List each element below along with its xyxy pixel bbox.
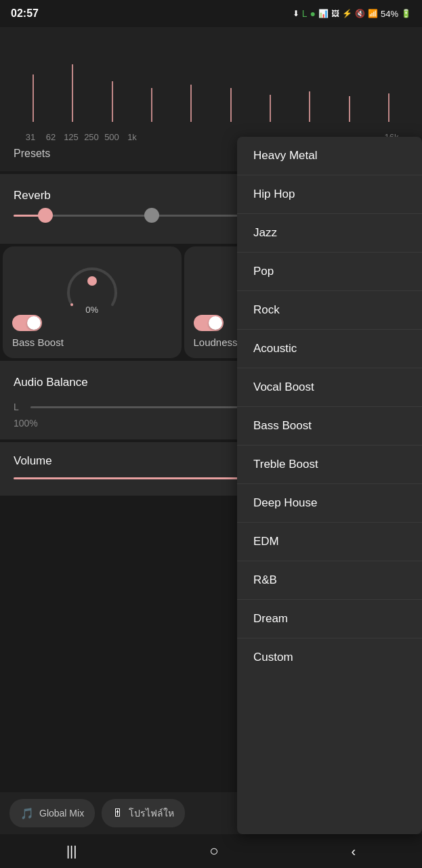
dropdown-item-dream[interactable]: Dream	[237, 600, 422, 638]
loudness-label: Loudness	[194, 337, 238, 348]
dropdown-item-jazz[interactable]: Jazz	[237, 214, 422, 253]
eq-bar-125[interactable]	[102, 41, 123, 122]
eq-bar-2k[interactable]	[260, 41, 280, 122]
battery-value: 54%	[381, 9, 398, 19]
eq-line-1k	[230, 88, 232, 122]
freq-1k: 1k	[122, 132, 142, 142]
dropdown-item-treble-boost[interactable]: Treble Boost	[237, 446, 422, 484]
image-icon: 🖼	[331, 9, 339, 18]
reverb-thumb-1[interactable]	[38, 208, 53, 223]
eq-bar-4k[interactable]	[299, 41, 320, 122]
presets-label: Presets	[14, 148, 50, 160]
notification-icon: ⬇	[293, 9, 299, 18]
eq-line-62	[72, 64, 73, 122]
reverb-title: Reverb	[14, 189, 51, 202]
balance-title: Audio Balance	[14, 376, 88, 389]
main-content: 31 62 125 250 500 1k 16k Presets Reverb …	[0, 27, 422, 868]
dropdown-item-edm[interactable]: EDM	[237, 523, 422, 561]
nav-bar: ||| ○ ‹	[0, 834, 422, 868]
signal-icon: 📶	[368, 9, 378, 18]
battery-icon: 🔋	[401, 9, 411, 18]
eq-bar-8k[interactable]	[339, 41, 360, 122]
bass-boost-toggle[interactable]	[12, 315, 42, 331]
dropdown-item-deep-house[interactable]: Deep House	[237, 484, 422, 523]
dropdown-item-acoustic[interactable]: Acoustic	[237, 330, 422, 368]
bass-boost-knob-container	[12, 257, 172, 298]
back-icon: ‹	[351, 844, 356, 859]
circle-icon: ●	[310, 8, 316, 19]
mute-icon: 🔇	[355, 9, 365, 18]
reverb-thumb-2[interactable]	[144, 208, 159, 223]
profile-button[interactable]: 🎚 โปรไฟล์ให	[102, 799, 185, 827]
dropdown-item-vocal-boost[interactable]: Vocal Boost	[237, 368, 422, 407]
eq-bar-1k[interactable]	[221, 41, 241, 122]
nav-back-button[interactable]: ‹	[337, 838, 369, 865]
balance-left-label: L	[14, 402, 24, 412]
dropdown-item-rnb[interactable]: R&B	[237, 561, 422, 600]
global-mix-icon: 🎵	[20, 807, 34, 820]
freq-500: 500	[102, 132, 122, 142]
nav-recent-button[interactable]: |||	[53, 838, 91, 865]
bass-boost-knob[interactable]	[62, 257, 123, 298]
eq-line-4k	[309, 91, 310, 122]
nav-home-button[interactable]: ○	[196, 837, 232, 865]
eq-line-2k	[270, 95, 271, 122]
preset-dropdown: Heavy Metal Hip Hop Jazz Pop Rock Acoust…	[237, 137, 422, 834]
freq-31: 31	[20, 132, 41, 142]
eq-line-8k	[349, 96, 350, 122]
bass-boost-label: Bass Boost	[12, 337, 64, 348]
bass-boost-card: 0% Bass Boost	[3, 246, 182, 358]
bass-boost-dot	[87, 276, 97, 286]
global-mix-button[interactable]: 🎵 Global Mix	[9, 799, 95, 827]
flash-icon: ⚡	[342, 9, 352, 18]
eq-line-125	[112, 81, 113, 122]
dropdown-item-heavy-metal[interactable]: Heavy Metal	[237, 137, 422, 175]
profile-icon: 🎚	[112, 807, 123, 819]
profile-label: โปรไฟล์ให	[129, 806, 174, 821]
status-bar: 02:57 ⬇ L ● 📊 🖼 ⚡ 🔇 📶 54% 🔋	[0, 0, 422, 27]
freq-250: 250	[81, 132, 102, 142]
balance-left-value: 100%	[14, 418, 38, 429]
status-icons: ⬇ L ● 📊 🖼 ⚡ 🔇 📶 54% 🔋	[293, 8, 411, 19]
eq-bars	[14, 34, 408, 129]
eq-line-16k	[388, 93, 389, 122]
dropdown-item-pop[interactable]: Pop	[237, 253, 422, 291]
line-icon: L	[302, 8, 308, 19]
dropdown-item-hip-hop[interactable]: Hip Hop	[237, 175, 422, 214]
eq-line-31	[33, 74, 34, 122]
eq-line-250	[151, 88, 152, 122]
global-mix-label: Global Mix	[39, 808, 84, 819]
eq-bar-250[interactable]	[142, 41, 162, 122]
loudness-toggle[interactable]	[194, 315, 224, 331]
freq-62: 62	[41, 132, 61, 142]
status-time: 02:57	[11, 7, 39, 20]
dropdown-item-bass-boost[interactable]: Bass Boost	[237, 407, 422, 446]
bar-icon: 📊	[318, 9, 329, 18]
dropdown-item-rock[interactable]: Rock	[237, 291, 422, 330]
volume-title: Volume	[14, 454, 52, 468]
eq-bar-500[interactable]	[181, 41, 201, 122]
home-icon: ○	[209, 842, 218, 859]
eq-bar-62[interactable]	[62, 41, 83, 122]
freq-125: 125	[61, 132, 81, 142]
recent-icon: |||	[66, 844, 77, 859]
eq-bar-16k[interactable]	[379, 41, 399, 122]
eq-line-500	[190, 85, 192, 122]
eq-bar-31[interactable]	[23, 41, 43, 122]
dropdown-item-custom[interactable]: Custom	[237, 638, 422, 676]
